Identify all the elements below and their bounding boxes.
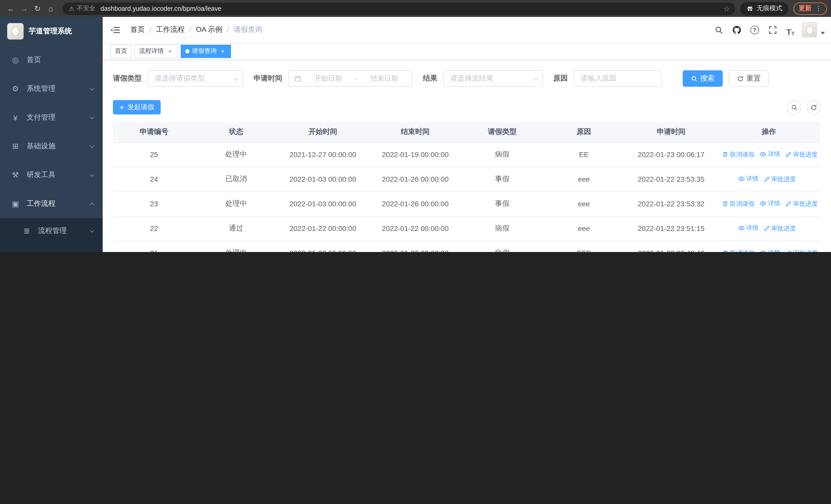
cell-status: 处理中 [195, 191, 277, 216]
cell-end: 2022-01-26 00:00:00 [369, 167, 462, 191]
sidebar-item-workflow[interactable]: ▣ 工作流程 [0, 189, 103, 218]
reset-button[interactable]: 重置 [729, 70, 769, 87]
result-select[interactable]: 请选择流结果 [443, 70, 543, 87]
sidebar-item-devtools[interactable]: ⚒ 研发工具 [0, 161, 103, 189]
detail-link[interactable]: 详情 [738, 175, 758, 183]
bookmark-star-icon[interactable]: ☆ [723, 4, 730, 12]
cell-end: 2022-01-23 00:00:00 [369, 241, 462, 252]
help-icon[interactable]: ? [748, 23, 761, 36]
sidebar-item-process-management[interactable]: ≣ 流程管理 [0, 218, 103, 244]
tab-leave-query[interactable]: 请假查询 × [181, 45, 231, 58]
security-label: 不安全 [77, 4, 95, 13]
search-button[interactable]: 搜索 [683, 70, 723, 87]
sidebar-item-label: 研发工具 [27, 170, 55, 180]
result-label: 结果 [423, 74, 437, 83]
leave-type-select[interactable]: 请选择请假类型 [148, 70, 243, 87]
refresh-table-icon[interactable] [806, 100, 821, 114]
close-icon[interactable]: × [166, 48, 173, 55]
sidebar-item-label: 支付管理 [27, 113, 55, 122]
page-content: 请假类型 请选择请假类型 申请时间 开始日期 - 结束日期 结果 请选择流结果 [103, 60, 831, 252]
apply-time-label: 申请时间 [254, 74, 282, 83]
app-frame: 芋道管理系统 ◎ 首页 ⚙ 系统管理 ¥ 支付管理 ⊞ [0, 17, 831, 252]
home-icon[interactable]: ⌂ [44, 2, 57, 15]
incognito-label: 无痕模式 [756, 4, 782, 13]
navbar-actions: ? TT [712, 22, 825, 37]
plus-icon: + [120, 104, 124, 111]
approval-progress-link[interactable]: 审批进度 [764, 224, 796, 233]
app-logo[interactable]: 芋道管理系统 [0, 17, 103, 46]
sidebar-item-home[interactable]: ◎ 首页 [0, 46, 103, 75]
font-size-icon[interactable]: TT [784, 23, 797, 36]
column-header-start: 开始时间 [277, 122, 369, 142]
breadcrumb-item-oa-example[interactable]: OA 示例 [196, 25, 223, 34]
collapse-sidebar-icon[interactable] [111, 25, 122, 35]
approval-progress-link[interactable]: 审批进度 [785, 199, 818, 208]
toggle-search-icon[interactable] [787, 100, 801, 114]
sidebar: 芋道管理系统 ◎ 首页 ⚙ 系统管理 ¥ 支付管理 ⊞ [0, 17, 103, 252]
reload-icon[interactable]: ↻ [31, 2, 44, 15]
cell-type: 事假 [462, 191, 543, 216]
cell-start: 2022-01-03 00:00:00 [277, 191, 369, 216]
avatar-caret-icon[interactable] [821, 32, 825, 34]
leave-table-body: 25处理中2021-12-27 00:00:002022-01-19 00:00… [113, 142, 821, 252]
sidebar-item-payment[interactable]: ¥ 支付管理 [0, 103, 103, 132]
cell-end: 2022-01-22 00:00:00 [369, 216, 462, 241]
reason-input[interactable]: 请输入原因 [574, 70, 662, 87]
approval-progress-link[interactable]: 审批进度 [785, 150, 818, 159]
fullscreen-icon[interactable] [766, 23, 779, 36]
cell-id: 21 [113, 241, 195, 252]
cell-reason: EEE [543, 241, 625, 252]
sidebar-item-label: 首页 [27, 55, 41, 65]
sidebar-item-system[interactable]: ⚙ 系统管理 [0, 75, 103, 103]
forward-icon[interactable]: → [18, 2, 31, 15]
chevron-down-icon [90, 228, 94, 233]
tab-label: 首页 [115, 47, 127, 55]
address-bar[interactable]: ⚠不安全 dashboard.yudao.iocoder.cn/bpm/oa/l… [63, 2, 735, 14]
end-date-input[interactable]: 结束日期 [361, 74, 407, 83]
approval-progress-link[interactable]: 审批进度 [764, 175, 796, 183]
back-icon[interactable]: ← [4, 2, 18, 15]
detail-link[interactable]: 详情 [760, 150, 780, 158]
breadcrumb: 首页 / 工作流程 / OA 示例 / 请假查询 [131, 25, 262, 34]
user-avatar[interactable] [802, 22, 817, 37]
cell-applied: 2022-01-22 23:53:35 [625, 167, 717, 191]
sidebar-menu: ◎ 首页 ⚙ 系统管理 ¥ 支付管理 ⊞ 基础设施 [0, 46, 103, 252]
url-text[interactable]: dashboard.yudao.iocoder.cn/bpm/oa/leave [101, 5, 719, 12]
leave-table: 申请编号 状态 开始时间 结束时间 请假类型 原因 申请时间 操作 25处理中2… [113, 122, 821, 252]
sidebar-item-infrastructure[interactable]: ⊞ 基础设施 [0, 132, 103, 161]
github-icon[interactable] [730, 23, 743, 36]
cell-status: 通过 [195, 216, 277, 241]
apply-time-range-picker[interactable]: 开始日期 - 结束日期 [288, 70, 413, 87]
sidebar-item-task-management[interactable]: ⚑ 任务管理 [0, 244, 103, 252]
browser-toolbar: ← → ↻ ⌂ ⚠不安全 dashboard.yudao.iocoder.cn/… [0, 0, 831, 17]
tab-home[interactable]: 首页 [110, 45, 132, 58]
detail-link[interactable]: 详情 [738, 224, 758, 233]
cell-actions: 取消请假详情审批进度 [717, 241, 821, 252]
breadcrumb-item-home[interactable]: 首页 [131, 25, 145, 34]
cell-applied: 2022-01-22 23:51:15 [625, 216, 717, 241]
breadcrumb-item-workflow[interactable]: 工作流程 [156, 25, 185, 34]
column-header-actions: 操作 [717, 122, 821, 142]
cancel-leave-link[interactable]: 取消请假 [722, 249, 754, 252]
cell-actions: 取消请假详情审批进度 [717, 142, 821, 167]
incognito-badge: 无痕模式 [740, 2, 789, 15]
header-search-icon[interactable] [712, 23, 725, 36]
start-date-input[interactable]: 开始日期 [306, 74, 351, 83]
browser-menu-icon[interactable]: ⋮ [815, 5, 822, 12]
security-warning[interactable]: ⚠不安全 [69, 4, 95, 13]
close-icon[interactable]: × [219, 48, 226, 55]
cancel-leave-link[interactable]: 取消请假 [722, 150, 754, 159]
detail-link[interactable]: 详情 [760, 199, 780, 208]
create-leave-button[interactable]: + 发起请假 [113, 100, 161, 114]
cancel-leave-link[interactable]: 取消请假 [722, 199, 754, 208]
browser-update-button[interactable]: 更新 ⋮ [794, 2, 827, 14]
chevron-down-icon [90, 86, 94, 90]
gear-icon: ⚙ [10, 84, 21, 93]
detail-link[interactable]: 详情 [760, 248, 780, 252]
cell-start: 2021-12-27 00:00:00 [277, 142, 369, 167]
tab-label: 流程详情 [139, 47, 164, 55]
tab-process-detail[interactable]: 流程详情 × [135, 45, 178, 58]
refresh-icon [737, 75, 744, 82]
dashboard-icon: ◎ [10, 55, 21, 65]
approval-progress-link[interactable]: 审批进度 [785, 249, 818, 252]
